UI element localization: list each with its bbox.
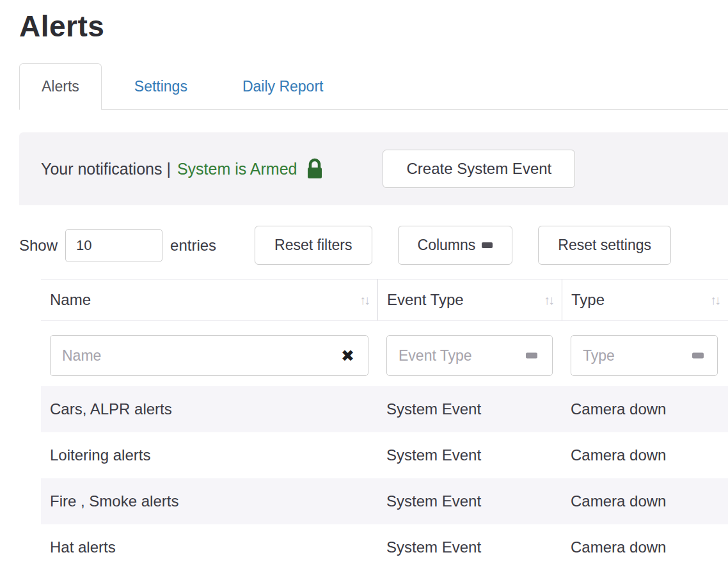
columns-icon bbox=[482, 242, 493, 248]
tab-daily-report[interactable]: Daily Report bbox=[220, 63, 346, 110]
table-row[interactable]: Cars, ALPR alerts System Event Camera do… bbox=[41, 386, 728, 432]
entries-count-input[interactable] bbox=[65, 229, 162, 262]
sort-icon: ↑↓ bbox=[544, 293, 553, 308]
row-name-cell: Cars, ALPR alerts bbox=[41, 386, 377, 432]
row-type-cell: Camera down bbox=[562, 524, 728, 564]
show-label: Show bbox=[19, 237, 58, 255]
event-type-filter-cell bbox=[377, 335, 562, 376]
row-type-cell: Camera down bbox=[562, 432, 728, 478]
row-name-cell: Hat alerts bbox=[41, 524, 377, 564]
name-filter-cell: ✖ bbox=[41, 335, 377, 376]
table-controls: Show entries Reset filters Columns Reset… bbox=[19, 226, 728, 265]
tab-alerts[interactable]: Alerts bbox=[19, 63, 102, 110]
clear-filter-icon[interactable]: ✖ bbox=[341, 348, 354, 364]
table-row[interactable]: Loitering alerts System Event Camera dow… bbox=[41, 432, 728, 478]
tab-settings[interactable]: Settings bbox=[112, 63, 210, 110]
table-row[interactable]: Fire , Smoke alerts System Event Camera … bbox=[41, 478, 728, 524]
columns-button-label: Columns bbox=[418, 237, 476, 254]
row-name-cell: Fire , Smoke alerts bbox=[41, 478, 377, 524]
page-title: Alerts bbox=[19, 9, 728, 43]
reset-filters-button[interactable]: Reset filters bbox=[255, 226, 372, 265]
notifications-label: Your notifications | bbox=[41, 160, 171, 178]
sort-icon: ↑↓ bbox=[360, 293, 368, 308]
entries-label: entries bbox=[170, 237, 216, 255]
dropdown-icon[interactable] bbox=[526, 353, 537, 359]
column-header-event-type-label: Event Type bbox=[387, 291, 464, 309]
table-header: Name ↑↓ Event Type ↑↓ Type ↑↓ bbox=[41, 279, 728, 321]
alerts-table: Name ↑↓ Event Type ↑↓ Type ↑↓ ✖ bbox=[41, 279, 728, 564]
table-row[interactable]: Hat alerts System Event Camera down bbox=[41, 524, 728, 564]
column-header-type-label: Type bbox=[571, 291, 605, 309]
column-header-type[interactable]: Type ↑↓ bbox=[562, 279, 728, 320]
name-filter-input[interactable] bbox=[50, 335, 368, 376]
row-event-type-cell: System Event bbox=[377, 386, 562, 432]
row-type-cell: Camera down bbox=[562, 386, 728, 432]
column-header-name[interactable]: Name ↑↓ bbox=[41, 279, 377, 320]
tab-bar: Alerts Settings Daily Report bbox=[19, 60, 728, 110]
notifications-header: Your notifications | System is Armed Cre… bbox=[19, 132, 728, 205]
row-type-cell: Camera down bbox=[562, 478, 728, 524]
column-header-name-label: Name bbox=[50, 291, 91, 309]
columns-button[interactable]: Columns bbox=[398, 226, 513, 265]
armed-status-text: System is Armed bbox=[177, 160, 297, 178]
sort-icon: ↑↓ bbox=[710, 293, 719, 308]
dropdown-icon[interactable] bbox=[692, 353, 704, 359]
filter-row: ✖ bbox=[41, 321, 728, 386]
row-event-type-cell: System Event bbox=[377, 432, 562, 478]
row-event-type-cell: System Event bbox=[377, 478, 562, 524]
lock-icon bbox=[305, 158, 325, 180]
row-event-type-cell: System Event bbox=[377, 524, 562, 564]
row-name-cell: Loitering alerts bbox=[41, 432, 377, 478]
create-system-event-button[interactable]: Create System Event bbox=[383, 150, 575, 188]
alerts-panel: Your notifications | System is Armed Cre… bbox=[19, 132, 728, 564]
notifications-status: Your notifications | System is Armed bbox=[41, 158, 325, 180]
type-filter-cell bbox=[562, 335, 728, 376]
column-header-event-type[interactable]: Event Type ↑↓ bbox=[377, 279, 562, 320]
reset-settings-button[interactable]: Reset settings bbox=[538, 226, 671, 265]
